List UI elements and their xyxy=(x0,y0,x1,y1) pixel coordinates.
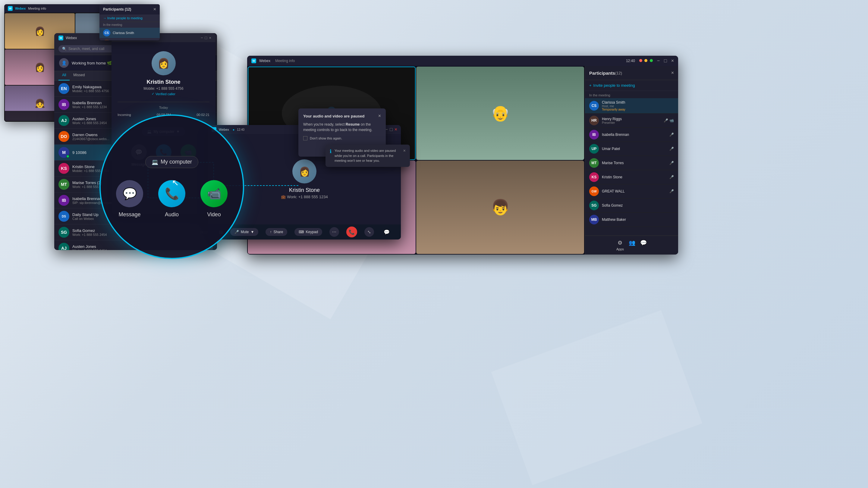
p-name-ib: Isabella Brennan xyxy=(602,133,666,137)
call-chat-icon[interactable]: 💬 xyxy=(384,229,390,235)
banner-title: Working from home 🌿 xyxy=(72,61,112,65)
p-mic-icon-ks: 🎤 xyxy=(670,175,674,179)
contact-avatar-marise: MT xyxy=(59,179,69,190)
dialog-close-icon[interactable]: × xyxy=(378,113,381,119)
titlebar-logo: Webex xyxy=(15,7,26,10)
in-meeting-section-label: In the meeting xyxy=(585,91,678,98)
call-maximize-icon[interactable]: □ xyxy=(205,36,207,40)
participant-umar: UP Umar Patel 🎤 xyxy=(585,142,678,156)
call-bottom-time: 12:40 xyxy=(237,128,244,131)
people-button[interactable]: 👥 xyxy=(629,239,635,251)
expand-call-btn[interactable]: ⤡ xyxy=(364,227,374,237)
meeting-min-btn[interactable] xyxy=(644,59,647,62)
meeting-right-info-label: Meeting info xyxy=(275,59,295,63)
meeting-right-close-icon[interactable]: × xyxy=(671,58,674,64)
call-bottom-phone: 💼 Work: +1 888 555 1234 xyxy=(281,195,328,199)
notif-text: Your meeting audio and video are paused … xyxy=(335,148,400,163)
p-icons-mt: 🎤 xyxy=(670,161,674,165)
p-avatar-ks: KS xyxy=(589,172,599,182)
webex-logo-icon: W xyxy=(8,6,13,11)
p-info-clarissa: Clarissa Smith xyxy=(113,31,134,35)
zoom-message-icon-circle: 💬 xyxy=(116,180,143,207)
keypad-icon: ⌨ xyxy=(299,230,304,234)
p-role-hr: Presenter xyxy=(602,121,661,124)
end-call-icon: 📞 xyxy=(349,229,355,235)
timeline-incoming: Incoming xyxy=(118,113,131,117)
p-avatar-clarissa: CS xyxy=(103,29,110,36)
dialog-checkbox-input[interactable] xyxy=(303,136,307,140)
contact-avatar-sofia: SG xyxy=(59,227,69,238)
participants-popup-window[interactable]: Participants (12) × → Invite people to m… xyxy=(99,4,160,40)
p-avatar-mb: MB xyxy=(589,215,599,224)
p-info-ib: Isabella Brennan xyxy=(602,133,666,137)
p-info-up: Umar Patel xyxy=(602,147,666,151)
share-icon: ↑ xyxy=(270,230,272,234)
p-info-sg: Sofia Gomez xyxy=(602,203,674,207)
dialog-checkbox-row[interactable]: Don't show this again. xyxy=(303,136,381,140)
p-avatar-mt: MT xyxy=(589,158,599,168)
p-name-ks: Kristin Stone xyxy=(602,175,666,179)
in-meeting-label: In the meeting xyxy=(99,22,160,28)
dialog-title: Your audio and video are paused xyxy=(303,114,364,119)
zoom-video-icon-circle: 📹 xyxy=(200,180,227,207)
meeting-close-btn[interactable] xyxy=(639,59,642,62)
share-control-btn[interactable]: ↑ Share xyxy=(266,228,287,236)
meeting-right-titlebar: W Webex Meeting info 12:40 − □ × xyxy=(247,56,678,66)
participant-row-henry: HR Henry Riggs Presenter xyxy=(99,38,160,40)
p-name-henry: Henry Riggs xyxy=(113,40,131,41)
meeting-right-webex-label: Webex xyxy=(259,59,270,63)
participants-sidebar-title: Participants xyxy=(589,70,615,76)
participants-sidebar-count: (12) xyxy=(615,71,622,75)
p-name-clarissa: Clarissa Smith xyxy=(113,31,134,35)
p-avatar-hr: HR xyxy=(589,116,599,125)
p-mic-icon-hr: 🎤 xyxy=(664,119,668,123)
meeting-right-ctrl-dots xyxy=(639,59,653,63)
invite-people-btn[interactable]: → Invite people to meeting xyxy=(99,14,160,22)
mute-control-btn[interactable]: 🎤 Mute ▼ xyxy=(230,228,258,236)
p-video-icon-hr: 📹 xyxy=(670,119,674,123)
p-avatar-up: UP xyxy=(589,144,599,154)
tab-all[interactable]: All xyxy=(59,71,70,80)
meeting-notification: ℹ Your meeting audio and video are pause… xyxy=(326,144,410,167)
participants-sidebar-header: Participants (12) × xyxy=(585,66,678,80)
participant-henry: HR Henry Riggs Presenter 🎤 📹 xyxy=(585,113,678,128)
apps-button[interactable]: ⚙ Apps xyxy=(616,239,624,251)
phone-type-icon: 💼 xyxy=(281,195,286,199)
end-call-btn[interactable]: 📞 xyxy=(346,227,357,237)
p-role-cs: Host, me xyxy=(602,104,674,108)
p-name-sg: Sofia Gomez xyxy=(602,203,674,207)
contact-avatar-isabella: IB xyxy=(59,99,69,110)
meeting-right-minimize-icon[interactable]: − xyxy=(657,58,660,64)
sidebar-close-icon[interactable]: × xyxy=(671,70,674,76)
zoom-video-action[interactable]: 📹 Video xyxy=(200,180,227,218)
call-bottom-restore-icon[interactable]: □ xyxy=(390,127,393,132)
tab-missed[interactable]: Missed xyxy=(70,71,88,80)
sidebar-invite-btn[interactable]: + Invite people to meeting xyxy=(585,80,678,91)
contact-avatar-isabella2: IB xyxy=(59,195,69,206)
call-controls-bar: ⊞ 🎤 Mute ▼ ↑ Share ⌨ Keypad ⋯ 📞 ⤡ 💬 xyxy=(208,224,401,239)
p-avatar-gw: GW xyxy=(589,187,599,196)
caller-phone: Mobile: +1 888 555 4756 xyxy=(144,87,183,91)
call-minimize-icon[interactable]: − xyxy=(201,36,203,40)
notif-close-icon[interactable]: × xyxy=(403,148,406,153)
call-close-icon[interactable]: × xyxy=(209,36,211,40)
zoom-message-action[interactable]: 💬 Message xyxy=(116,180,143,218)
meeting-right-maximize-icon[interactable]: □ xyxy=(664,58,667,64)
more-options-btn[interactable]: ⋯ xyxy=(330,227,339,237)
banner-text: Working from home 🌿 xyxy=(72,61,112,65)
participant-row-clarissa: CS Clarissa Smith xyxy=(99,28,160,38)
participants-close-icon[interactable]: × xyxy=(153,7,156,12)
keypad-control-btn[interactable]: ⌨ Keypad xyxy=(294,228,322,236)
meeting-max-btn[interactable] xyxy=(650,59,653,62)
p-info-mt: Marise Torres xyxy=(602,161,666,165)
zoom-my-computer-label[interactable]: 💻 My computer xyxy=(145,156,198,168)
chat-button-sidebar[interactable]: 💬 xyxy=(640,239,647,251)
participants-title: Participants (12) xyxy=(103,7,131,11)
participant-kristin-p: KS Kristin Stone 🎤 xyxy=(585,170,678,184)
call-bottom-phone-text: Work: +1 888 555 1234 xyxy=(287,195,328,199)
call-bottom-close-icon[interactable]: × xyxy=(395,127,397,132)
p-avatar-ib: IB xyxy=(589,130,599,139)
call-active-indicator: ● xyxy=(233,128,235,131)
p-icons-up: 🎤 xyxy=(670,147,674,151)
p-status-cs: Temporarily away xyxy=(602,108,674,111)
